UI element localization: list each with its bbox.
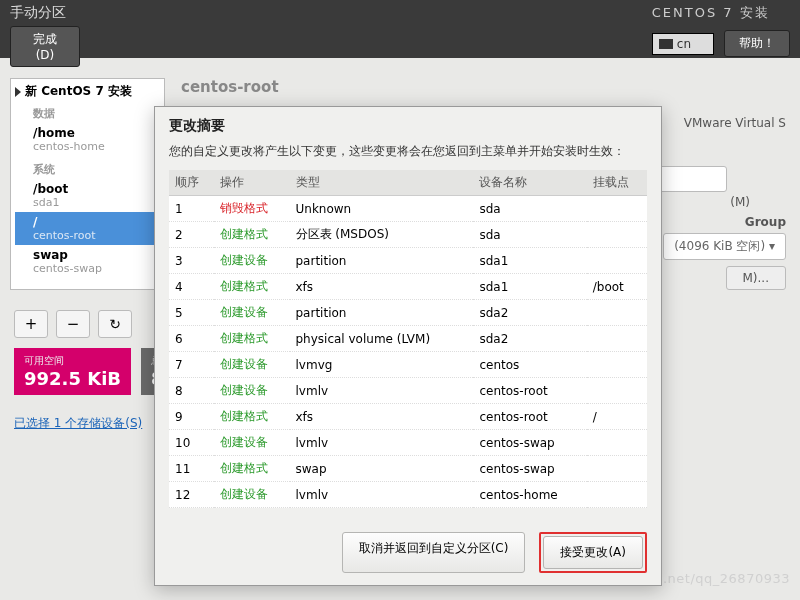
available-space-box: 可用空间 992.5 KiB bbox=[14, 348, 131, 395]
tree-root-label: 新 CentOS 7 安装 bbox=[25, 83, 132, 100]
dialog-description: 您的自定义更改将产生以下变更，这些变更将会在您返回到主菜单并开始安装时生效： bbox=[169, 143, 647, 160]
mount-label: /boot bbox=[33, 182, 160, 196]
volume-group-select[interactable]: (4096 KiB 空闲) ▾ bbox=[663, 233, 786, 260]
accept-button[interactable]: 接受更改(A) bbox=[543, 536, 643, 569]
tree-item-boot[interactable]: /bootsda1 bbox=[15, 179, 160, 212]
done-button[interactable]: 完成(D) bbox=[10, 26, 80, 67]
tree-item-root[interactable]: /centos-root bbox=[15, 212, 160, 245]
modify-button[interactable]: M)... bbox=[726, 266, 786, 290]
available-space-value: 992.5 KiB bbox=[24, 368, 121, 389]
mount-label: /home bbox=[33, 126, 160, 140]
remove-partition-button[interactable]: − bbox=[56, 310, 90, 338]
col-mount: 挂载点 bbox=[587, 170, 647, 196]
table-row[interactable]: 4创建格式xfssda1/boot bbox=[169, 274, 647, 300]
device-label: sda1 bbox=[33, 196, 160, 209]
col-type: 类型 bbox=[290, 170, 474, 196]
table-row[interactable]: 5创建设备partitionsda2 bbox=[169, 300, 647, 326]
partition-tree: 新 CentOS 7 安装 数据 /homecentos-home 系统 /bo… bbox=[10, 78, 165, 290]
tree-section-system: 系统 bbox=[33, 162, 160, 177]
accept-highlight: 接受更改(A) bbox=[539, 532, 647, 573]
table-row[interactable]: 8创建设备lvmlvcentos-root bbox=[169, 378, 647, 404]
dialog-title: 更改摘要 bbox=[169, 117, 647, 135]
keyboard-layout-label: cn bbox=[677, 37, 691, 51]
tree-section-data: 数据 bbox=[33, 106, 160, 121]
cancel-button[interactable]: 取消并返回到自定义分区(C) bbox=[342, 532, 526, 573]
table-row[interactable]: 7创建设备lvmvgcentos bbox=[169, 352, 647, 378]
table-row[interactable]: 10创建设备lvmlvcentos-swap bbox=[169, 430, 647, 456]
table-row[interactable]: 12创建设备lvmlvcentos-home bbox=[169, 482, 647, 508]
device-label: centos-home bbox=[33, 140, 160, 153]
refresh-button[interactable]: ↻ bbox=[98, 310, 132, 338]
available-space-label: 可用空间 bbox=[24, 354, 121, 368]
tree-item-home[interactable]: /homecentos-home bbox=[15, 123, 160, 156]
table-row[interactable]: 3创建设备partitionsda1 bbox=[169, 248, 647, 274]
page-title: 手动分区 bbox=[10, 4, 80, 22]
table-row[interactable]: 1销毁格式Unknownsda bbox=[169, 196, 647, 222]
refresh-icon: ↻ bbox=[109, 316, 121, 332]
table-row[interactable]: 11创建格式swapcentos-swap bbox=[169, 456, 647, 482]
tree-root[interactable]: 新 CentOS 7 安装 bbox=[15, 83, 160, 100]
keyboard-layout-selector[interactable]: cn bbox=[652, 33, 714, 55]
table-row[interactable]: 6创建格式physical volume (LVM)sda2 bbox=[169, 326, 647, 352]
col-action: 操作 bbox=[214, 170, 289, 196]
device-label: centos-swap bbox=[33, 262, 160, 275]
mount-label: swap bbox=[33, 248, 160, 262]
chevron-right-icon bbox=[15, 87, 21, 97]
changes-summary-dialog: 更改摘要 您的自定义更改将产生以下变更，这些变更将会在您返回到主菜单并开始安装时… bbox=[154, 106, 662, 586]
col-device: 设备名称 bbox=[473, 170, 586, 196]
top-bar: 手动分区 完成(D) CENTOS 7 安装 cn 帮助！ bbox=[0, 0, 800, 58]
changes-table: 顺序 操作 类型 设备名称 挂载点 1销毁格式Unknownsda2创建格式分区… bbox=[169, 170, 647, 508]
breadcrumb: CENTOS 7 安装 bbox=[652, 4, 770, 22]
device-label: centos-root bbox=[33, 229, 160, 242]
storage-selected-link[interactable]: 已选择 1 个存储设备(S) bbox=[14, 415, 142, 432]
help-button[interactable]: 帮助！ bbox=[724, 30, 790, 57]
keyboard-icon bbox=[659, 39, 673, 49]
capacity-unit: (M) bbox=[730, 195, 750, 209]
table-row[interactable]: 2创建格式分区表 (MSDOS)sda bbox=[169, 222, 647, 248]
tree-item-swap[interactable]: swapcentos-swap bbox=[15, 245, 160, 278]
mount-label: / bbox=[33, 215, 160, 229]
add-partition-button[interactable]: + bbox=[14, 310, 48, 338]
table-row[interactable]: 9创建格式xfscentos-root/ bbox=[169, 404, 647, 430]
col-order: 顺序 bbox=[169, 170, 214, 196]
details-heading: centos-root bbox=[181, 78, 790, 96]
